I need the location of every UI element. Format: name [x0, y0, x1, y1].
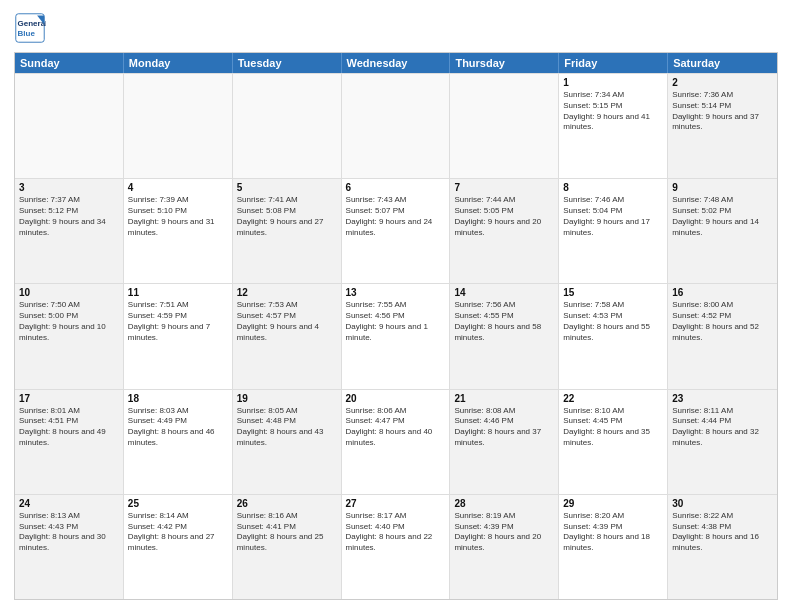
day-number: 20 — [346, 393, 446, 404]
cal-cell-empty — [342, 74, 451, 178]
cal-cell-day: 18Sunrise: 8:03 AM Sunset: 4:49 PM Dayli… — [124, 390, 233, 494]
day-number: 9 — [672, 182, 773, 193]
day-info: Sunrise: 7:48 AM Sunset: 5:02 PM Dayligh… — [672, 195, 773, 238]
cal-cell-day: 3Sunrise: 7:37 AM Sunset: 5:12 PM Daylig… — [15, 179, 124, 283]
day-info: Sunrise: 7:53 AM Sunset: 4:57 PM Dayligh… — [237, 300, 337, 343]
day-info: Sunrise: 8:08 AM Sunset: 4:46 PM Dayligh… — [454, 406, 554, 449]
cal-cell-day: 25Sunrise: 8:14 AM Sunset: 4:42 PM Dayli… — [124, 495, 233, 599]
cal-cell-day: 27Sunrise: 8:17 AM Sunset: 4:40 PM Dayli… — [342, 495, 451, 599]
day-number: 6 — [346, 182, 446, 193]
day-info: Sunrise: 8:01 AM Sunset: 4:51 PM Dayligh… — [19, 406, 119, 449]
day-info: Sunrise: 7:56 AM Sunset: 4:55 PM Dayligh… — [454, 300, 554, 343]
day-number: 10 — [19, 287, 119, 298]
day-number: 8 — [563, 182, 663, 193]
calendar-row: 10Sunrise: 7:50 AM Sunset: 5:00 PM Dayli… — [15, 283, 777, 388]
cal-cell-day: 22Sunrise: 8:10 AM Sunset: 4:45 PM Dayli… — [559, 390, 668, 494]
cal-cell-day: 9Sunrise: 7:48 AM Sunset: 5:02 PM Daylig… — [668, 179, 777, 283]
day-info: Sunrise: 7:36 AM Sunset: 5:14 PM Dayligh… — [672, 90, 773, 133]
day-info: Sunrise: 7:37 AM Sunset: 5:12 PM Dayligh… — [19, 195, 119, 238]
day-info: Sunrise: 7:43 AM Sunset: 5:07 PM Dayligh… — [346, 195, 446, 238]
day-number: 1 — [563, 77, 663, 88]
svg-text:Blue: Blue — [18, 29, 36, 38]
day-info: Sunrise: 7:44 AM Sunset: 5:05 PM Dayligh… — [454, 195, 554, 238]
day-number: 27 — [346, 498, 446, 509]
cal-cell-day: 4Sunrise: 7:39 AM Sunset: 5:10 PM Daylig… — [124, 179, 233, 283]
calendar-header: SundayMondayTuesdayWednesdayThursdayFrid… — [15, 53, 777, 73]
day-info: Sunrise: 8:19 AM Sunset: 4:39 PM Dayligh… — [454, 511, 554, 554]
day-info: Sunrise: 7:41 AM Sunset: 5:08 PM Dayligh… — [237, 195, 337, 238]
cal-cell-day: 29Sunrise: 8:20 AM Sunset: 4:39 PM Dayli… — [559, 495, 668, 599]
cal-cell-empty — [233, 74, 342, 178]
cal-cell-day: 26Sunrise: 8:16 AM Sunset: 4:41 PM Dayli… — [233, 495, 342, 599]
cal-cell-day: 14Sunrise: 7:56 AM Sunset: 4:55 PM Dayli… — [450, 284, 559, 388]
cal-cell-day: 10Sunrise: 7:50 AM Sunset: 5:00 PM Dayli… — [15, 284, 124, 388]
day-info: Sunrise: 8:13 AM Sunset: 4:43 PM Dayligh… — [19, 511, 119, 554]
day-info: Sunrise: 8:22 AM Sunset: 4:38 PM Dayligh… — [672, 511, 773, 554]
day-number: 23 — [672, 393, 773, 404]
calendar: SundayMondayTuesdayWednesdayThursdayFrid… — [14, 52, 778, 600]
day-number: 13 — [346, 287, 446, 298]
day-number: 29 — [563, 498, 663, 509]
day-number: 11 — [128, 287, 228, 298]
cal-cell-day: 17Sunrise: 8:01 AM Sunset: 4:51 PM Dayli… — [15, 390, 124, 494]
logo-icon: General Blue — [14, 12, 46, 44]
cal-cell-day: 13Sunrise: 7:55 AM Sunset: 4:56 PM Dayli… — [342, 284, 451, 388]
day-number: 5 — [237, 182, 337, 193]
day-number: 22 — [563, 393, 663, 404]
day-number: 3 — [19, 182, 119, 193]
day-number: 7 — [454, 182, 554, 193]
cal-cell-day: 2Sunrise: 7:36 AM Sunset: 5:14 PM Daylig… — [668, 74, 777, 178]
day-number: 15 — [563, 287, 663, 298]
cal-cell-day: 24Sunrise: 8:13 AM Sunset: 4:43 PM Dayli… — [15, 495, 124, 599]
cal-cell-day: 6Sunrise: 7:43 AM Sunset: 5:07 PM Daylig… — [342, 179, 451, 283]
day-number: 2 — [672, 77, 773, 88]
day-number: 12 — [237, 287, 337, 298]
cal-cell-day: 7Sunrise: 7:44 AM Sunset: 5:05 PM Daylig… — [450, 179, 559, 283]
day-number: 25 — [128, 498, 228, 509]
day-number: 28 — [454, 498, 554, 509]
day-number: 17 — [19, 393, 119, 404]
cal-cell-empty — [450, 74, 559, 178]
day-info: Sunrise: 7:58 AM Sunset: 4:53 PM Dayligh… — [563, 300, 663, 343]
cal-cell-day: 12Sunrise: 7:53 AM Sunset: 4:57 PM Dayli… — [233, 284, 342, 388]
calendar-row: 1Sunrise: 7:34 AM Sunset: 5:15 PM Daylig… — [15, 73, 777, 178]
calendar-body: 1Sunrise: 7:34 AM Sunset: 5:15 PM Daylig… — [15, 73, 777, 599]
day-number: 4 — [128, 182, 228, 193]
day-info: Sunrise: 8:14 AM Sunset: 4:42 PM Dayligh… — [128, 511, 228, 554]
cal-header-cell: Thursday — [450, 53, 559, 73]
cal-cell-empty — [15, 74, 124, 178]
cal-header-cell: Wednesday — [342, 53, 451, 73]
cal-header-cell: Friday — [559, 53, 668, 73]
day-number: 14 — [454, 287, 554, 298]
day-info: Sunrise: 7:55 AM Sunset: 4:56 PM Dayligh… — [346, 300, 446, 343]
cal-cell-day: 8Sunrise: 7:46 AM Sunset: 5:04 PM Daylig… — [559, 179, 668, 283]
day-number: 16 — [672, 287, 773, 298]
day-info: Sunrise: 8:16 AM Sunset: 4:41 PM Dayligh… — [237, 511, 337, 554]
day-info: Sunrise: 8:11 AM Sunset: 4:44 PM Dayligh… — [672, 406, 773, 449]
cal-cell-day: 28Sunrise: 8:19 AM Sunset: 4:39 PM Dayli… — [450, 495, 559, 599]
day-info: Sunrise: 8:20 AM Sunset: 4:39 PM Dayligh… — [563, 511, 663, 554]
calendar-row: 17Sunrise: 8:01 AM Sunset: 4:51 PM Dayli… — [15, 389, 777, 494]
calendar-row: 3Sunrise: 7:37 AM Sunset: 5:12 PM Daylig… — [15, 178, 777, 283]
day-info: Sunrise: 8:10 AM Sunset: 4:45 PM Dayligh… — [563, 406, 663, 449]
cal-cell-day: 23Sunrise: 8:11 AM Sunset: 4:44 PM Dayli… — [668, 390, 777, 494]
cal-cell-day: 5Sunrise: 7:41 AM Sunset: 5:08 PM Daylig… — [233, 179, 342, 283]
day-info: Sunrise: 7:51 AM Sunset: 4:59 PM Dayligh… — [128, 300, 228, 343]
cal-cell-day: 11Sunrise: 7:51 AM Sunset: 4:59 PM Dayli… — [124, 284, 233, 388]
cal-header-cell: Sunday — [15, 53, 124, 73]
day-info: Sunrise: 7:50 AM Sunset: 5:00 PM Dayligh… — [19, 300, 119, 343]
day-number: 24 — [19, 498, 119, 509]
cal-header-cell: Tuesday — [233, 53, 342, 73]
day-info: Sunrise: 7:34 AM Sunset: 5:15 PM Dayligh… — [563, 90, 663, 133]
day-number: 21 — [454, 393, 554, 404]
calendar-row: 24Sunrise: 8:13 AM Sunset: 4:43 PM Dayli… — [15, 494, 777, 599]
day-number: 26 — [237, 498, 337, 509]
day-number: 19 — [237, 393, 337, 404]
day-info: Sunrise: 8:06 AM Sunset: 4:47 PM Dayligh… — [346, 406, 446, 449]
day-number: 30 — [672, 498, 773, 509]
day-info: Sunrise: 8:03 AM Sunset: 4:49 PM Dayligh… — [128, 406, 228, 449]
cal-header-cell: Monday — [124, 53, 233, 73]
day-number: 18 — [128, 393, 228, 404]
day-info: Sunrise: 7:39 AM Sunset: 5:10 PM Dayligh… — [128, 195, 228, 238]
day-info: Sunrise: 8:17 AM Sunset: 4:40 PM Dayligh… — [346, 511, 446, 554]
